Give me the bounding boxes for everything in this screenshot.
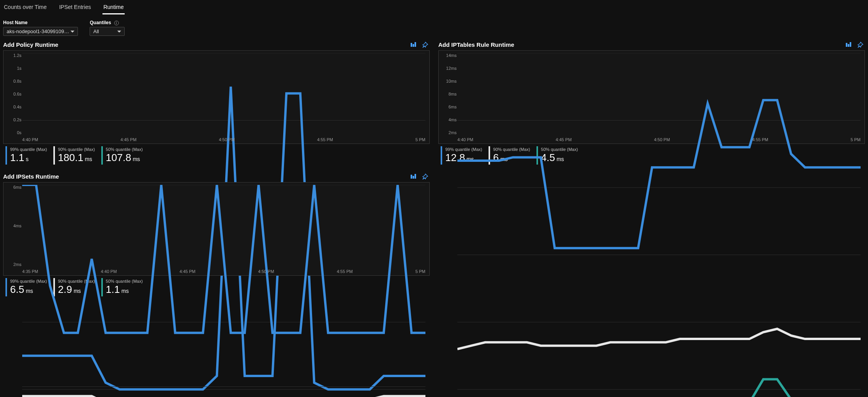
filter-quantiles: Quantiles i All [90, 20, 125, 36]
panel-actions [410, 42, 428, 48]
x-tick: 5 PM [850, 137, 861, 142]
y-tick: 0.6s [6, 92, 21, 96]
chart-add-ipsets[interactable]: 6ms4ms2ms 4:35 PM4:40 PM4:45 PM4:50 PM4:… [3, 182, 430, 276]
series-line [457, 100, 861, 248]
host-name-label: Host Name [3, 20, 78, 25]
y-tick: 10ms [441, 79, 457, 83]
series-line [457, 329, 861, 349]
y-tick: 0s [6, 130, 21, 135]
quantiles-label-text: Quantiles [90, 20, 111, 25]
y-tick: 12ms [441, 66, 457, 71]
panel-title: Add Policy Runtime [3, 41, 58, 48]
x-axis-ticks: 4:35 PM4:40 PM4:45 PM4:50 PM4:55 PM5 PM [22, 269, 425, 274]
y-tick: 0.8s [6, 79, 21, 83]
host-name-select[interactable]: aks-nodepool1-34099109… [3, 27, 78, 36]
y-tick: 6ms [6, 185, 21, 190]
x-tick: 4:40 PM [22, 137, 38, 142]
logs-icon[interactable] [410, 42, 416, 48]
y-tick: 0.4s [6, 105, 21, 109]
chart-add-policy[interactable]: 1.2s1s0.8s0.6s0.4s0.2s0s 4:40 PM4:45 PM4… [3, 50, 430, 144]
x-tick: 4:40 PM [101, 269, 117, 274]
svg-rect-0 [411, 43, 412, 47]
filter-host-name: Host Name aks-nodepool1-34099109… [3, 20, 78, 36]
x-tick: 5 PM [415, 269, 425, 274]
svg-rect-12 [850, 42, 851, 47]
panel-actions [845, 42, 863, 48]
series-line [22, 185, 425, 333]
pin-icon[interactable] [422, 42, 428, 48]
tab-bar: Counts over Time IPSet Entries Runtime [0, 0, 868, 14]
x-tick: 4:50 PM [219, 137, 235, 142]
dashboard-grid: Add Policy Runtime 1.2s1s0.8s0.6s0.4s0.2… [0, 39, 868, 300]
y-tick: 0.2s [6, 117, 21, 122]
tab-counts-over-time[interactable]: Counts over Time [3, 2, 48, 14]
tab-runtime[interactable]: Runtime [102, 2, 124, 14]
x-tick: 4:35 PM [22, 269, 38, 274]
panel-add-policy-runtime: Add Policy Runtime 1.2s1s0.8s0.6s0.4s0.2… [3, 41, 430, 165]
y-axis-ticks: 14ms12ms10ms8ms6ms4ms2ms [441, 53, 457, 135]
quantiles-value: All [93, 28, 99, 34]
panel-header: Add IPTables Rule Runtime [438, 41, 865, 50]
svg-rect-1 [413, 44, 414, 47]
series-line [457, 379, 861, 397]
panel-add-ipsets-runtime: Add IPSets Runtime 6ms4ms2ms 4:35 PM4:40… [3, 173, 430, 296]
y-tick: 1.2s [6, 53, 21, 58]
svg-rect-11 [848, 44, 849, 47]
svg-rect-10 [846, 43, 847, 47]
x-tick: 4:55 PM [752, 137, 768, 142]
y-tick: 4ms [6, 223, 21, 228]
chart-plot [22, 185, 425, 397]
panel-title: Add IPTables Rule Runtime [438, 41, 514, 48]
info-icon[interactable]: i [114, 21, 119, 25]
svg-rect-2 [415, 42, 416, 47]
chart-add-iptables[interactable]: 14ms12ms10ms8ms6ms4ms2ms 4:40 PM4:45 PM4… [438, 50, 865, 144]
x-tick: 4:40 PM [457, 137, 473, 142]
chart-plot [457, 53, 861, 397]
y-tick: 4ms [441, 117, 457, 122]
quantiles-label: Quantiles i [90, 20, 125, 25]
host-name-value: aks-nodepool1-34099109… [7, 28, 69, 34]
x-tick: 4:50 PM [258, 269, 274, 274]
y-tick: 14ms [441, 53, 457, 58]
y-tick: 2ms [441, 130, 457, 135]
y-tick: 2ms [6, 262, 21, 267]
y-tick: 8ms [441, 92, 457, 96]
x-tick: 4:55 PM [337, 269, 353, 274]
y-axis-ticks: 1.2s1s0.8s0.6s0.4s0.2s0s [6, 53, 21, 135]
x-axis-ticks: 4:40 PM4:45 PM4:50 PM4:55 PM5 PM [22, 137, 425, 142]
tab-ipset-entries[interactable]: IPSet Entries [58, 2, 92, 14]
x-tick: 4:45 PM [180, 269, 196, 274]
x-tick: 4:50 PM [654, 137, 670, 142]
panel-header: Add Policy Runtime [3, 41, 430, 50]
filter-bar: Host Name aks-nodepool1-34099109… Quanti… [0, 14, 868, 39]
x-tick: 4:55 PM [317, 137, 333, 142]
x-tick: 4:45 PM [120, 137, 136, 142]
logs-icon[interactable] [845, 42, 852, 48]
x-tick: 5 PM [415, 137, 425, 142]
y-tick: 6ms [441, 105, 457, 109]
y-tick: 1s [6, 66, 21, 71]
pin-icon[interactable] [857, 42, 863, 48]
quantiles-select[interactable]: All [90, 27, 125, 36]
x-axis-ticks: 4:40 PM4:45 PM4:50 PM4:55 PM5 PM [457, 137, 861, 142]
x-tick: 4:45 PM [556, 137, 572, 142]
panel-add-iptables-runtime: Add IPTables Rule Runtime 14ms12ms10ms8m… [438, 41, 865, 165]
y-axis-ticks: 6ms4ms2ms [6, 185, 21, 267]
